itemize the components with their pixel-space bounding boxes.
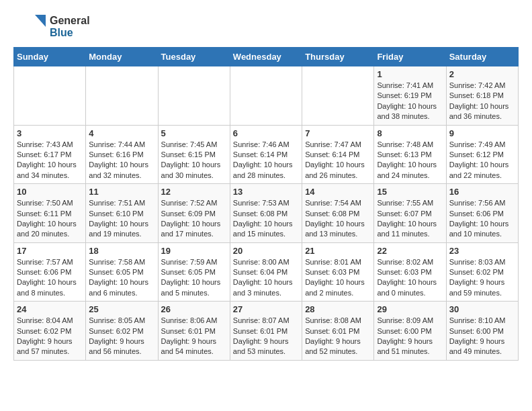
calendar-cell: 17Sunrise: 7:57 AM Sunset: 6:06 PM Dayli… xyxy=(14,242,86,302)
calendar-cell: 20Sunrise: 8:00 AM Sunset: 6:04 PM Dayli… xyxy=(230,242,302,302)
header-thursday: Thursday xyxy=(302,48,374,66)
day-number: 24 xyxy=(17,304,83,314)
day-number: 3 xyxy=(17,128,83,138)
calendar-cell: 6Sunrise: 7:46 AM Sunset: 6:14 PM Daylig… xyxy=(230,125,302,184)
day-detail: Sunrise: 7:52 AM Sunset: 6:09 PM Dayligh… xyxy=(161,198,227,240)
day-number: 10 xyxy=(17,187,83,197)
day-number: 28 xyxy=(305,304,371,314)
calendar-cell: 4Sunrise: 7:44 AM Sunset: 6:16 PM Daylig… xyxy=(86,125,158,184)
logo: GeneralBlue xyxy=(13,13,90,40)
day-detail: Sunrise: 8:04 AM Sunset: 6:02 PM Dayligh… xyxy=(17,316,83,357)
calendar-cell xyxy=(158,66,230,126)
calendar-cell: 10Sunrise: 7:50 AM Sunset: 6:11 PM Dayli… xyxy=(14,184,86,243)
day-detail: Sunrise: 8:09 AM Sunset: 6:00 PM Dayligh… xyxy=(377,316,443,357)
calendar-cell: 7Sunrise: 7:47 AM Sunset: 6:14 PM Daylig… xyxy=(302,125,374,184)
logo-general: General xyxy=(50,15,90,27)
logo-blue: Blue xyxy=(50,27,90,39)
day-detail: Sunrise: 7:53 AM Sunset: 6:08 PM Dayligh… xyxy=(233,198,299,240)
day-number: 7 xyxy=(305,128,371,138)
day-detail: Sunrise: 7:50 AM Sunset: 6:11 PM Dayligh… xyxy=(17,198,83,240)
calendar-cell xyxy=(86,66,158,126)
day-detail: Sunrise: 7:58 AM Sunset: 6:05 PM Dayligh… xyxy=(89,257,154,299)
header-monday: Monday xyxy=(86,48,158,66)
day-number: 4 xyxy=(89,128,154,138)
day-detail: Sunrise: 8:08 AM Sunset: 6:01 PM Dayligh… xyxy=(305,316,371,357)
day-number: 29 xyxy=(377,304,443,314)
week-row-0: 1Sunrise: 7:41 AM Sunset: 6:19 PM Daylig… xyxy=(14,66,519,126)
day-number: 2 xyxy=(449,69,515,79)
svg-marker-0 xyxy=(35,15,46,27)
day-number: 17 xyxy=(17,246,83,256)
calendar-cell: 16Sunrise: 7:56 AM Sunset: 6:06 PM Dayli… xyxy=(446,184,518,243)
day-number: 8 xyxy=(377,128,443,138)
calendar-cell xyxy=(14,66,86,126)
calendar-cell: 30Sunrise: 8:10 AM Sunset: 6:00 PM Dayli… xyxy=(446,302,518,361)
day-detail: Sunrise: 7:44 AM Sunset: 6:16 PM Dayligh… xyxy=(89,140,154,181)
day-detail: Sunrise: 8:10 AM Sunset: 6:00 PM Dayligh… xyxy=(449,316,515,357)
day-number: 25 xyxy=(89,304,154,314)
day-number: 15 xyxy=(377,187,443,197)
day-number: 22 xyxy=(377,246,443,256)
day-number: 21 xyxy=(305,246,371,256)
day-detail: Sunrise: 7:42 AM Sunset: 6:18 PM Dayligh… xyxy=(449,81,515,122)
header-tuesday: Tuesday xyxy=(158,48,230,66)
day-detail: Sunrise: 7:43 AM Sunset: 6:17 PM Dayligh… xyxy=(17,140,83,181)
calendar-cell: 27Sunrise: 8:07 AM Sunset: 6:01 PM Dayli… xyxy=(230,302,302,361)
day-detail: Sunrise: 8:03 AM Sunset: 6:02 PM Dayligh… xyxy=(449,257,515,299)
day-detail: Sunrise: 8:06 AM Sunset: 6:01 PM Dayligh… xyxy=(161,316,227,357)
day-number: 13 xyxy=(233,187,299,197)
calendar-cell: 8Sunrise: 7:48 AM Sunset: 6:13 PM Daylig… xyxy=(374,125,446,184)
day-detail: Sunrise: 8:02 AM Sunset: 6:03 PM Dayligh… xyxy=(377,257,443,299)
page-header: GeneralBlue xyxy=(13,13,519,40)
header-wednesday: Wednesday xyxy=(230,48,302,66)
calendar-cell: 3Sunrise: 7:43 AM Sunset: 6:17 PM Daylig… xyxy=(14,125,86,184)
logo-svg xyxy=(13,13,47,40)
day-detail: Sunrise: 7:57 AM Sunset: 6:06 PM Dayligh… xyxy=(17,257,83,299)
header-row: SundayMondayTuesdayWednesdayThursdayFrid… xyxy=(14,48,519,66)
day-detail: Sunrise: 8:05 AM Sunset: 6:02 PM Dayligh… xyxy=(89,316,154,357)
week-row-1: 3Sunrise: 7:43 AM Sunset: 6:17 PM Daylig… xyxy=(14,125,519,184)
day-number: 20 xyxy=(233,246,299,256)
calendar-cell: 1Sunrise: 7:41 AM Sunset: 6:19 PM Daylig… xyxy=(374,66,446,126)
calendar-cell: 5Sunrise: 7:45 AM Sunset: 6:15 PM Daylig… xyxy=(158,125,230,184)
day-detail: Sunrise: 7:59 AM Sunset: 6:05 PM Dayligh… xyxy=(161,257,227,299)
day-detail: Sunrise: 7:54 AM Sunset: 6:08 PM Dayligh… xyxy=(305,198,371,240)
day-detail: Sunrise: 7:46 AM Sunset: 6:14 PM Dayligh… xyxy=(233,140,299,181)
day-number: 18 xyxy=(89,246,154,256)
day-detail: Sunrise: 7:55 AM Sunset: 6:07 PM Dayligh… xyxy=(377,198,443,240)
day-number: 9 xyxy=(449,128,515,138)
calendar-cell xyxy=(230,66,302,126)
calendar-cell: 15Sunrise: 7:55 AM Sunset: 6:07 PM Dayli… xyxy=(374,184,446,243)
day-detail: Sunrise: 8:00 AM Sunset: 6:04 PM Dayligh… xyxy=(233,257,299,299)
calendar-cell: 12Sunrise: 7:52 AM Sunset: 6:09 PM Dayli… xyxy=(158,184,230,243)
day-detail: Sunrise: 8:01 AM Sunset: 6:03 PM Dayligh… xyxy=(305,257,371,299)
day-detail: Sunrise: 7:48 AM Sunset: 6:13 PM Dayligh… xyxy=(377,140,443,181)
calendar-cell: 14Sunrise: 7:54 AM Sunset: 6:08 PM Dayli… xyxy=(302,184,374,243)
day-number: 23 xyxy=(449,246,515,256)
day-number: 30 xyxy=(449,304,515,314)
calendar-cell: 21Sunrise: 8:01 AM Sunset: 6:03 PM Dayli… xyxy=(302,242,374,302)
day-detail: Sunrise: 7:47 AM Sunset: 6:14 PM Dayligh… xyxy=(305,140,371,181)
day-number: 12 xyxy=(161,187,227,197)
day-detail: Sunrise: 7:41 AM Sunset: 6:19 PM Dayligh… xyxy=(377,81,443,122)
day-detail: Sunrise: 7:51 AM Sunset: 6:10 PM Dayligh… xyxy=(89,198,154,240)
day-detail: Sunrise: 8:07 AM Sunset: 6:01 PM Dayligh… xyxy=(233,316,299,357)
calendar-cell: 13Sunrise: 7:53 AM Sunset: 6:08 PM Dayli… xyxy=(230,184,302,243)
calendar-cell: 25Sunrise: 8:05 AM Sunset: 6:02 PM Dayli… xyxy=(86,302,158,361)
day-number: 11 xyxy=(89,187,154,197)
calendar-cell: 11Sunrise: 7:51 AM Sunset: 6:10 PM Dayli… xyxy=(86,184,158,243)
day-number: 5 xyxy=(161,128,227,138)
calendar-cell: 26Sunrise: 8:06 AM Sunset: 6:01 PM Dayli… xyxy=(158,302,230,361)
day-number: 14 xyxy=(305,187,371,197)
day-number: 6 xyxy=(233,128,299,138)
calendar-cell: 24Sunrise: 8:04 AM Sunset: 6:02 PM Dayli… xyxy=(14,302,86,361)
calendar-cell xyxy=(302,66,374,126)
calendar-table: SundayMondayTuesdayWednesdayThursdayFrid… xyxy=(13,47,519,361)
day-number: 19 xyxy=(161,246,227,256)
header-friday: Friday xyxy=(374,48,446,66)
day-detail: Sunrise: 7:56 AM Sunset: 6:06 PM Dayligh… xyxy=(449,198,515,240)
day-detail: Sunrise: 7:49 AM Sunset: 6:12 PM Dayligh… xyxy=(449,140,515,181)
calendar-cell: 2Sunrise: 7:42 AM Sunset: 6:18 PM Daylig… xyxy=(446,66,518,126)
week-row-2: 10Sunrise: 7:50 AM Sunset: 6:11 PM Dayli… xyxy=(14,184,519,243)
calendar-cell: 19Sunrise: 7:59 AM Sunset: 6:05 PM Dayli… xyxy=(158,242,230,302)
